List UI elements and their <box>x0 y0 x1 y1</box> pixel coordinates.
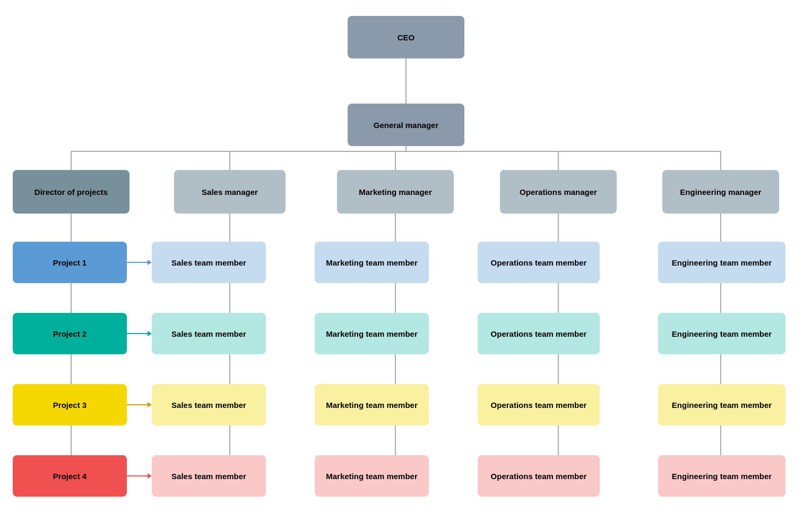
p2-marketing-member: Marketing team member <box>315 313 429 354</box>
project3-label: Project 3 <box>53 401 87 410</box>
p1-sales-label: Sales team member <box>171 258 246 267</box>
marketing-mgr-node: Marketing manager <box>337 170 454 214</box>
p4-eng-label: Engineering team member <box>672 472 772 481</box>
director-node: Director of projects <box>13 170 129 214</box>
eng-mgr-node: Engineering manager <box>662 170 779 214</box>
p2-eng-member: Engineering team member <box>658 313 785 354</box>
svg-marker-20 <box>148 473 152 479</box>
p4-ops-label: Operations team member <box>491 472 587 481</box>
p3-eng-member: Engineering team member <box>658 384 785 425</box>
p3-marketing-label: Marketing team member <box>326 401 418 410</box>
p3-marketing-member: Marketing team member <box>315 384 429 425</box>
p1-marketing-member: Marketing team member <box>315 242 429 283</box>
svg-marker-14 <box>148 260 152 265</box>
project3-node: Project 3 <box>13 384 127 425</box>
p1-ops-label: Operations team member <box>491 258 587 267</box>
p2-sales-member: Sales team member <box>152 313 266 354</box>
marketing-mgr-label: Marketing manager <box>359 188 432 197</box>
p3-sales-label: Sales team member <box>171 401 246 410</box>
project2-node: Project 2 <box>13 313 127 354</box>
p3-sales-member: Sales team member <box>152 384 266 425</box>
p1-sales-member: Sales team member <box>152 242 266 283</box>
ceo-node: CEO <box>348 16 464 58</box>
sales-mgr-node: Sales manager <box>174 170 286 214</box>
project4-node: Project 4 <box>13 455 127 497</box>
p1-eng-member: Engineering team member <box>658 242 785 283</box>
eng-mgr-label: Engineering manager <box>680 188 761 197</box>
p3-eng-label: Engineering team member <box>672 401 772 410</box>
project1-node: Project 1 <box>13 242 127 283</box>
p1-ops-member: Operations team member <box>478 242 600 283</box>
p4-marketing-member: Marketing team member <box>315 455 429 497</box>
ops-mgr-node: Operations manager <box>500 170 617 214</box>
p2-eng-label: Engineering team member <box>672 329 772 338</box>
p4-eng-member: Engineering team member <box>658 455 785 497</box>
gm-node: General manager <box>348 104 464 146</box>
ceo-label: CEO <box>398 33 415 42</box>
p2-marketing-label: Marketing team member <box>326 329 418 338</box>
project2-label: Project 2 <box>53 329 87 338</box>
sales-mgr-label: Sales manager <box>202 188 258 197</box>
svg-marker-16 <box>148 331 152 336</box>
p3-ops-member: Operations team member <box>478 384 600 425</box>
ops-mgr-label: Operations manager <box>520 188 597 197</box>
p2-ops-label: Operations team member <box>491 329 587 338</box>
p4-sales-member: Sales team member <box>152 455 266 497</box>
p4-ops-member: Operations team member <box>478 455 600 497</box>
p4-marketing-label: Marketing team member <box>326 472 418 481</box>
p3-ops-label: Operations team member <box>491 401 587 410</box>
p2-ops-member: Operations team member <box>478 313 600 354</box>
project1-label: Project 1 <box>53 258 87 267</box>
p1-eng-label: Engineering team member <box>672 258 772 267</box>
project4-label: Project 4 <box>53 472 87 481</box>
p1-marketing-label: Marketing team member <box>326 258 418 267</box>
director-label: Director of projects <box>34 188 108 197</box>
p2-sales-label: Sales team member <box>171 329 246 338</box>
p4-sales-label: Sales team member <box>171 472 246 481</box>
svg-marker-18 <box>148 402 152 407</box>
org-chart: CEO General manager Director of projects… <box>0 0 812 528</box>
gm-label: General manager <box>374 121 439 130</box>
